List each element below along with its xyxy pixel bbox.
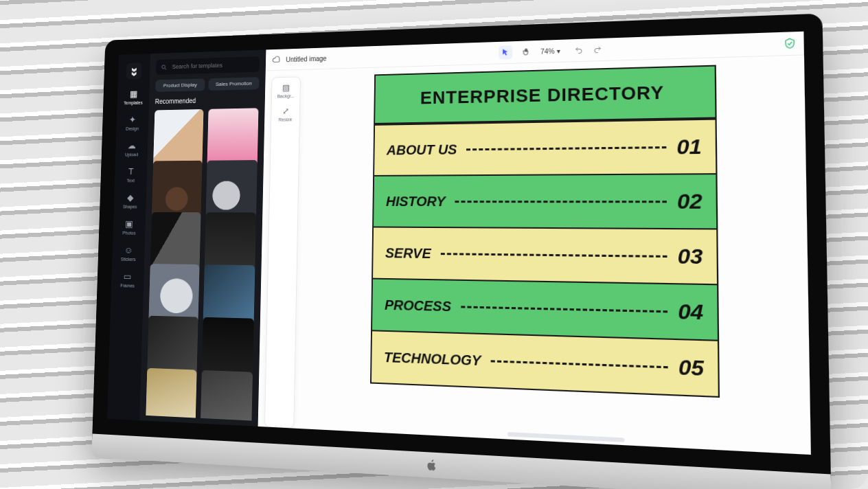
template-thumb[interactable]: Eco Friendly And High Efficient Options: [146, 368, 196, 421]
poster-row-label: SERVE: [385, 245, 431, 262]
panel-resize-button[interactable]: ⤢ Resize: [279, 106, 293, 122]
upload-icon: ☁: [126, 139, 137, 151]
search-icon: [161, 63, 168, 70]
stickers-icon: ☺: [123, 244, 134, 255]
svg-point-0: [162, 65, 165, 68]
poster[interactable]: ENTERPRISE DIRECTORY ABOUT US01HISTORY02…: [370, 65, 720, 398]
templates-icon: ▦: [128, 88, 139, 100]
hand-tool[interactable]: [519, 45, 533, 59]
poster-row-number: 03: [677, 244, 703, 269]
chip-sales-promotion[interactable]: Sales Promotion: [208, 77, 259, 91]
rail-label: Frames: [120, 283, 135, 288]
design-app: ▦ Templates ✦ Design ☁ Upload T Text: [107, 32, 811, 455]
rail-item-frames[interactable]: ▭ Frames: [120, 271, 135, 288]
app-logo[interactable]: [126, 62, 142, 79]
zoom-value: 74%: [540, 47, 555, 56]
text-icon: T: [126, 166, 137, 177]
verified-icon[interactable]: [784, 38, 796, 49]
chip-product-display[interactable]: Product Display: [155, 78, 205, 91]
rail-label: Design: [126, 126, 139, 131]
resize-icon: ⤢: [282, 106, 289, 115]
rail-label: Photos: [122, 231, 135, 236]
poster-row-number: 02: [677, 189, 703, 214]
template-sidebar: Product Display Sales Promotion Recommen…: [139, 49, 266, 426]
poster-row[interactable]: ABOUT US01: [374, 119, 716, 175]
rail-item-shapes[interactable]: ◆ Shapes: [123, 192, 137, 209]
dash-separator: [441, 253, 667, 258]
poster-header: ENTERPRISE DIRECTORY: [375, 67, 715, 124]
poster-title: ENTERPRISE DIRECTORY: [382, 81, 707, 110]
doc-title[interactable]: Untitled image: [286, 54, 326, 62]
toolbar-center: 74% ▾: [499, 43, 605, 60]
rail-item-templates[interactable]: ▦ Templates: [124, 88, 143, 105]
poster-row[interactable]: PROCESS04: [372, 278, 718, 340]
canvas-area: Untitled image 74% ▾: [258, 32, 811, 455]
poster-row-label: TECHNOLOGY: [384, 349, 481, 368]
dash-separator: [466, 146, 665, 150]
cursor-tool[interactable]: [499, 45, 512, 59]
photos-icon: ▣: [124, 218, 135, 229]
rail-label: Shapes: [123, 205, 137, 209]
zoom-level[interactable]: 74% ▾: [540, 47, 560, 55]
panel-background-button[interactable]: ▨ Backgr...: [277, 82, 295, 98]
monitor-mockup: ▦ Templates ✦ Design ☁ Upload T Text: [70, 25, 798, 464]
poster-row-label: HISTORY: [386, 194, 446, 209]
rail-label: Text: [127, 179, 135, 183]
poster-row[interactable]: HISTORY02: [374, 173, 716, 228]
background-icon: ▨: [282, 82, 290, 92]
rail-label: Templates: [124, 100, 143, 105]
poster-row-label: ABOUT US: [387, 141, 457, 158]
rail-item-design[interactable]: ✦ Design: [126, 114, 139, 131]
undo-button[interactable]: [572, 43, 586, 58]
dash-separator: [491, 360, 667, 368]
template-grid[interactable]: 30% LONG SHIRT Period Offer Authentic Op…: [146, 108, 258, 420]
rail-item-stickers[interactable]: ☺ Stickers: [121, 244, 136, 262]
section-heading: Recommended: [155, 95, 259, 105]
screen-bezel: ▦ Templates ✦ Design ☁ Upload T Text: [92, 14, 832, 489]
frames-icon: ▭: [122, 271, 133, 282]
design-icon: ✦: [127, 114, 138, 126]
topbar: Untitled image 74% ▾: [266, 32, 804, 71]
poster-row-number: 05: [678, 355, 705, 381]
svg-line-1: [165, 68, 166, 69]
dash-separator: [455, 201, 667, 203]
rail-label: Upload: [125, 152, 138, 157]
poster-row[interactable]: TECHNOLOGY05: [372, 330, 718, 396]
rail-item-text[interactable]: T Text: [125, 166, 136, 183]
shapes-icon: ◆: [125, 192, 136, 203]
category-chips: Product Display Sales Promotion: [155, 77, 259, 92]
poster-row-number: 04: [678, 299, 703, 325]
poster-row[interactable]: SERVE03: [373, 227, 717, 284]
horizontal-scrollbar[interactable]: [507, 432, 625, 442]
rail-item-photos[interactable]: ▣ Photos: [122, 218, 136, 235]
poster-row-label: PROCESS: [385, 297, 451, 314]
canvas[interactable]: ENTERPRISE DIRECTORY ABOUT US01HISTORY02…: [294, 55, 811, 455]
dash-separator: [461, 306, 667, 312]
rail-label: Stickers: [121, 257, 136, 262]
poster-row-number: 01: [676, 135, 702, 159]
search-input[interactable]: [171, 60, 255, 71]
rail-item-upload[interactable]: ☁ Upload: [125, 139, 139, 157]
panel-label: Resize: [279, 117, 293, 122]
template-search[interactable]: [156, 56, 260, 75]
redo-button[interactable]: [591, 43, 605, 57]
template-thumb[interactable]: Interior Upgrade: [200, 370, 253, 421]
chevron-down-icon: ▾: [557, 47, 560, 54]
panel-label: Backgr...: [277, 93, 295, 98]
cloud-icon: [272, 55, 281, 65]
